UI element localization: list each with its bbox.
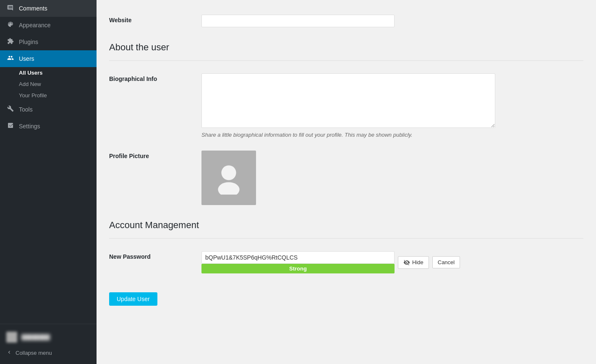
password-input-group: Strong Hide Cancel bbox=[201, 251, 460, 273]
comments-icon bbox=[6, 4, 15, 13]
users-submenu: All Users Add New Your Profile bbox=[0, 67, 97, 101]
about-form-table: Biographical Info Share a little biograp… bbox=[109, 67, 583, 211]
tools-icon bbox=[6, 105, 15, 114]
sidebar-item-tools[interactable]: Tools bbox=[0, 101, 97, 118]
about-divider bbox=[109, 60, 583, 61]
user-avatar bbox=[6, 332, 17, 343]
collapse-icon bbox=[6, 349, 12, 356]
sidebar-item-label-settings: Settings bbox=[19, 123, 40, 130]
users-icon bbox=[6, 55, 15, 63]
sidebar-item-label-tools: Tools bbox=[19, 106, 33, 113]
submenu-add-new[interactable]: Add New bbox=[0, 78, 97, 90]
bio-row: Biographical Info Share a little biograp… bbox=[109, 67, 583, 144]
sidebar-item-settings[interactable]: Settings bbox=[0, 118, 97, 135]
form-actions: Update User bbox=[109, 288, 583, 306]
bio-label: Biographical Info bbox=[109, 67, 201, 144]
about-heading: About the user bbox=[109, 42, 583, 56]
website-input[interactable] bbox=[201, 15, 395, 27]
svg-point-0 bbox=[221, 165, 236, 180]
appearance-icon bbox=[6, 21, 15, 29]
account-management-divider bbox=[109, 238, 583, 239]
hide-icon bbox=[403, 259, 410, 266]
password-container: Strong Hide Cancel bbox=[201, 251, 583, 273]
bio-hint: Share a little biographical information … bbox=[201, 132, 583, 138]
update-user-button[interactable]: Update User bbox=[109, 292, 157, 306]
submenu-your-profile[interactable]: Your Profile bbox=[0, 90, 97, 101]
sidebar: Comments Appearance Plugins Users All Us… bbox=[0, 0, 97, 364]
profile-picture-row: Profile Picture bbox=[109, 144, 583, 211]
avatar-svg bbox=[212, 161, 246, 195]
hide-button[interactable]: Hide bbox=[398, 256, 429, 269]
sidebar-item-appearance[interactable]: Appearance bbox=[0, 17, 97, 34]
settings-icon bbox=[6, 122, 15, 130]
sidebar-item-plugins[interactable]: Plugins bbox=[0, 34, 97, 50]
sidebar-bottom: ████████ Collapse menu bbox=[0, 324, 97, 364]
main-content: Website About the user Biographical Info… bbox=[97, 0, 596, 364]
cancel-label: Cancel bbox=[438, 259, 455, 265]
bio-textarea[interactable] bbox=[201, 73, 495, 128]
new-password-input[interactable] bbox=[201, 251, 395, 264]
account-form-table: New Password Strong Hide Cancel bbox=[109, 245, 583, 280]
sidebar-item-label-plugins: Plugins bbox=[19, 39, 38, 45]
account-management-heading: Account Management bbox=[109, 220, 583, 234]
form-table: Website bbox=[109, 8, 583, 34]
website-label: Website bbox=[109, 8, 201, 34]
sidebar-item-comments[interactable]: Comments bbox=[0, 0, 97, 17]
password-strength-bar: Strong bbox=[201, 264, 395, 273]
collapse-menu-label: Collapse menu bbox=[16, 350, 52, 356]
profile-picture-label: Profile Picture bbox=[109, 144, 201, 211]
user-avatar-row: ████████ bbox=[0, 328, 97, 346]
cancel-button[interactable]: Cancel bbox=[432, 256, 460, 268]
sidebar-item-label-appearance: Appearance bbox=[19, 22, 51, 29]
username-label: ████████ bbox=[21, 334, 50, 340]
website-row: Website bbox=[109, 8, 583, 34]
profile-picture bbox=[201, 151, 256, 205]
sidebar-item-label-comments: Comments bbox=[19, 5, 47, 12]
svg-point-1 bbox=[218, 182, 239, 195]
new-password-row: New Password Strong Hide Cancel bbox=[109, 245, 583, 280]
submenu-all-users[interactable]: All Users bbox=[0, 67, 97, 78]
collapse-menu-button[interactable]: Collapse menu bbox=[0, 346, 97, 360]
sidebar-item-users[interactable]: Users bbox=[0, 50, 97, 67]
sidebar-item-label-users: Users bbox=[19, 55, 34, 62]
new-password-label: New Password bbox=[109, 245, 201, 280]
hide-label: Hide bbox=[412, 259, 423, 265]
plugins-icon bbox=[6, 38, 15, 46]
